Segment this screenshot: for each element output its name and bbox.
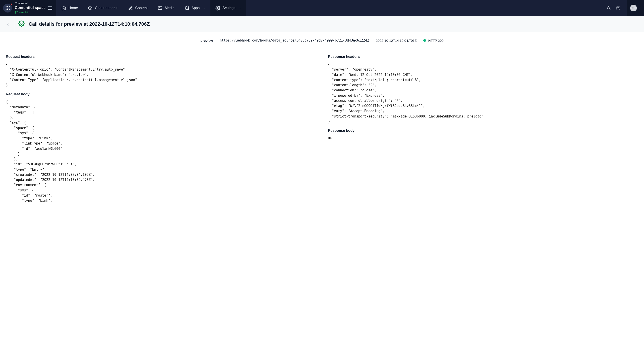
nav-home-label: Home [68, 6, 78, 10]
response-body-title: Response body [328, 129, 638, 133]
status-dot-icon [423, 39, 426, 42]
request-headers-body: { "X-Contentful-Topic": "ContentManageme… [6, 62, 316, 88]
top-nav: Contentful Contentful space master Home … [0, 0, 644, 16]
gear-icon [18, 20, 24, 27]
branch-name: master [19, 10, 30, 14]
nav-content[interactable]: Content [123, 0, 153, 16]
nav-home[interactable]: Home [56, 0, 83, 16]
nav-media-label: Media [165, 6, 175, 10]
request-headers-title: Request headers [6, 55, 316, 59]
request-column: Request headers { "X-Contentful-Topic": … [0, 49, 322, 212]
response-headers-title: Response headers [328, 55, 638, 59]
back-button[interactable] [2, 16, 14, 32]
svg-point-1 [15, 13, 16, 14]
nav-media[interactable]: Media [153, 0, 180, 16]
page-header: Call details for preview at 2022-10-12T1… [0, 16, 644, 32]
response-body: OK [328, 136, 638, 141]
gear-icon [215, 5, 220, 10]
call-details: Request headers { "X-Contentful-Topic": … [0, 49, 644, 212]
svg-point-8 [21, 23, 22, 24]
media-icon [158, 5, 162, 10]
app-launcher-icon[interactable] [3, 3, 12, 12]
chevron-down-icon [239, 6, 241, 10]
call-timestamp: 2022-10-12T14:10:04.706Z [376, 39, 417, 42]
space-name: Contentful space [15, 5, 46, 10]
svg-point-5 [607, 6, 610, 9]
nav-apps-label: Apps [192, 6, 200, 10]
nav-apps[interactable]: Apps [179, 0, 210, 16]
search-icon [606, 6, 611, 10]
branch-indicator: master [15, 10, 46, 14]
chevron-left-icon [6, 22, 10, 26]
svg-point-3 [159, 7, 160, 8]
nav-content-model[interactable]: Content model [83, 0, 123, 16]
help-icon [616, 6, 620, 10]
cube-icon [88, 5, 93, 10]
space-switcher[interactable]: Contentful Contentful space master [0, 0, 56, 16]
hamburger-icon[interactable] [48, 6, 52, 9]
status-badge: HTTP 200 [423, 39, 444, 42]
edit-icon [128, 5, 133, 10]
chevron-down-icon [203, 6, 206, 10]
branch-icon [15, 11, 18, 14]
webhook-url: https://webhook.com/hooks/data_source/54… [220, 38, 369, 42]
svg-point-0 [17, 11, 18, 12]
response-headers-body: { "server": "openresty", "date": "Wed, 1… [328, 62, 638, 124]
avatar: AR [630, 5, 637, 11]
nav-utilities: AR [602, 0, 644, 16]
notification-badge [10, 3, 12, 5]
svg-point-7 [618, 9, 618, 9]
page-title: Call details for preview at 2022-10-12T1… [28, 21, 150, 27]
call-summary: preview https://webhook.com/hooks/data_s… [0, 32, 644, 49]
nav-content-model-label: Content model [95, 6, 118, 10]
help-button[interactable] [616, 6, 620, 10]
nav-settings[interactable]: Settings [210, 0, 246, 16]
nav-settings-label: Settings [222, 6, 236, 10]
org-name: Contentful [15, 2, 46, 5]
space-info: Contentful Contentful space master [15, 2, 46, 14]
home-icon [61, 5, 66, 10]
request-body: { "metadata": { "tags": [] }, "sys": { "… [6, 99, 316, 203]
puzzle-icon [184, 5, 189, 10]
status-label: HTTP 200 [428, 39, 444, 42]
search-button[interactable] [606, 6, 611, 10]
nav-content-label: Content [135, 6, 148, 10]
chevron-down-icon [639, 6, 641, 10]
primary-nav: Home Content model Content Media Apps Se… [56, 0, 246, 16]
svg-point-4 [217, 7, 218, 9]
user-menu[interactable]: AR [627, 0, 644, 16]
request-body-title: Request body [6, 92, 316, 96]
response-column: Response headers { "server": "openresty"… [322, 49, 644, 212]
webhook-name: preview [200, 39, 213, 42]
